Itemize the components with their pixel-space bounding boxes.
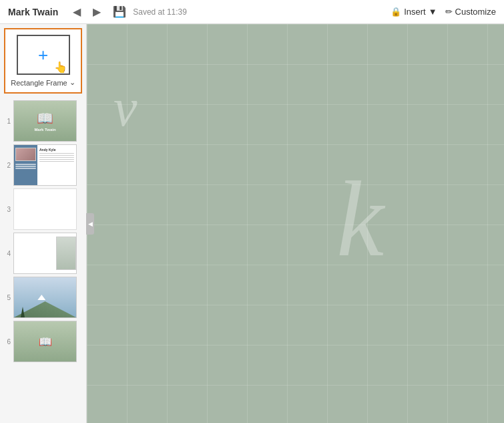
text-line bbox=[39, 153, 74, 154]
sidebar-collapse-button[interactable]: ◀ bbox=[86, 213, 94, 235]
customize-label: Customize bbox=[455, 7, 496, 17]
insert-label: Insert bbox=[404, 7, 426, 17]
frame-picker[interactable]: + 👆 Rectangle Frame ⌄ bbox=[4, 28, 82, 94]
slide-number: 4 bbox=[4, 250, 11, 257]
save-icon: 💾 bbox=[113, 5, 126, 18]
slide-thumbnail bbox=[13, 188, 77, 230]
slide-number: 5 bbox=[4, 294, 11, 301]
list-item[interactable]: 2 Andy Kyle bbox=[4, 144, 82, 186]
slide-thumbnail: Andy Kyle bbox=[13, 144, 77, 186]
slide-thumbnail bbox=[13, 233, 77, 274]
slide-number: 1 bbox=[4, 118, 11, 125]
text-line bbox=[15, 164, 36, 165]
slide-thumbnail: 📖 bbox=[13, 321, 77, 362]
slide-left-panel bbox=[14, 145, 37, 185]
insert-button[interactable]: 🔒 Insert ▼ bbox=[391, 7, 437, 17]
slide-number: 2 bbox=[4, 162, 11, 169]
canvas-area[interactable]: v k bbox=[87, 24, 504, 423]
list-item[interactable]: 1 📖 Mark Twain bbox=[4, 100, 82, 142]
insert-chevron-icon: ▼ bbox=[429, 7, 437, 17]
text-line bbox=[15, 168, 36, 169]
frame-picker-plus-icon: + bbox=[38, 46, 48, 63]
header-right-controls: 🔒 Insert ▼ ✏ Customize bbox=[391, 7, 496, 17]
slide-thumbnail bbox=[13, 277, 77, 318]
slide-right-panel: Andy Kyle bbox=[37, 145, 76, 185]
canvas-watermark-k: k bbox=[336, 158, 384, 281]
main-layout: + 👆 Rectangle Frame ⌄ 1 📖 Mark Twain 2 bbox=[0, 24, 504, 423]
slide-list: 1 📖 Mark Twain 2 bbox=[0, 98, 86, 365]
list-item[interactable]: 4 bbox=[4, 233, 82, 274]
text-line bbox=[39, 161, 74, 162]
customize-button[interactable]: ✏ Customize bbox=[445, 7, 496, 17]
slide-number: 6 bbox=[4, 338, 11, 345]
book-icon: 📖 bbox=[39, 335, 52, 348]
frame-picker-dropdown-icon[interactable]: ⌄ bbox=[69, 78, 75, 87]
tree-graphic bbox=[21, 307, 25, 317]
slide-number: 3 bbox=[4, 206, 11, 213]
customize-pencil-icon: ✏ bbox=[445, 7, 453, 17]
back-button[interactable]: ◀ bbox=[70, 5, 83, 19]
slide-thumbnail: 📖 Mark Twain bbox=[13, 100, 77, 142]
author-name: Andy Kyle bbox=[39, 148, 74, 152]
slide-title-text: Mark Twain bbox=[34, 128, 55, 132]
forward-button[interactable]: ▶ bbox=[90, 5, 103, 19]
text-line bbox=[39, 155, 74, 156]
collapse-icon: ◀ bbox=[88, 221, 93, 227]
frame-picker-label-text: Rectangle Frame bbox=[11, 79, 67, 87]
frame-picker-label-row: Rectangle Frame ⌄ bbox=[11, 78, 75, 87]
slide-image bbox=[56, 237, 76, 270]
canvas-watermark-v: v bbox=[113, 78, 138, 138]
insert-icon: 🔒 bbox=[391, 7, 401, 17]
saved-status: Saved at 11:39 bbox=[133, 7, 384, 17]
sidebar: + 👆 Rectangle Frame ⌄ 1 📖 Mark Twain 2 bbox=[0, 24, 87, 423]
cursor-hand-icon: 👆 bbox=[54, 61, 67, 74]
list-item[interactable]: 3 bbox=[4, 188, 82, 230]
text-lines bbox=[15, 164, 36, 169]
profile-photo bbox=[15, 148, 36, 161]
list-item[interactable]: 6 📖 bbox=[4, 321, 82, 362]
snow-graphic bbox=[37, 295, 45, 300]
document-title: Mark Twain bbox=[8, 7, 58, 17]
text-line bbox=[15, 166, 36, 167]
text-line bbox=[39, 159, 74, 160]
header: Mark Twain ◀ ▶ 💾 Saved at 11:39 🔒 Insert… bbox=[0, 0, 504, 24]
book-icon: 📖 bbox=[37, 110, 53, 126]
text-line bbox=[39, 157, 74, 158]
list-item[interactable]: 5 bbox=[4, 277, 82, 318]
